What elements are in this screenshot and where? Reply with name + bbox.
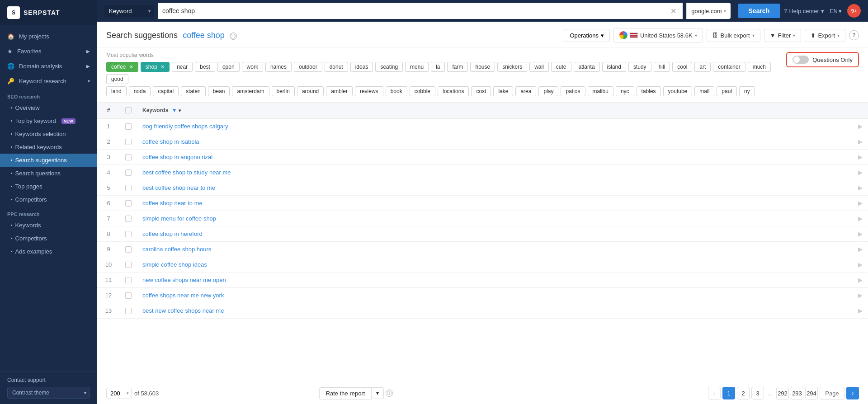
tag-berlin[interactable]: berlin bbox=[272, 86, 295, 96]
filter-button[interactable]: ▼ Filter ▾ bbox=[764, 29, 802, 42]
tag-art[interactable]: art bbox=[694, 62, 711, 72]
row-checkbox[interactable] bbox=[125, 185, 132, 191]
keyword-link[interactable]: coffee shop in angono rizal bbox=[142, 154, 212, 160]
tag-farm[interactable]: farm bbox=[447, 62, 468, 72]
row-checkbox[interactable] bbox=[125, 231, 132, 237]
sidebar-item-competitors[interactable]: Competitors bbox=[0, 193, 97, 206]
keyword-link[interactable]: simple coffee shop ideas bbox=[142, 261, 207, 268]
row-expand[interactable]: ▶ bbox=[850, 272, 868, 288]
tag-good[interactable]: good bbox=[106, 74, 128, 84]
tag-land[interactable]: land bbox=[106, 86, 127, 96]
sidebar-item-ads-examples[interactable]: Ads examples bbox=[0, 245, 97, 258]
filter-icon[interactable]: ▼ bbox=[172, 107, 177, 113]
page-292-button[interactable]: 292 bbox=[776, 387, 789, 399]
tag-open[interactable]: open bbox=[217, 62, 240, 72]
row-checkbox[interactable] bbox=[125, 154, 132, 160]
tag-much[interactable]: much bbox=[748, 62, 771, 72]
tag-cobble[interactable]: cobble bbox=[410, 86, 435, 96]
tag-tables[interactable]: tables bbox=[637, 86, 661, 96]
operations-button[interactable]: Operations ▾ bbox=[564, 29, 610, 42]
row-expand[interactable]: ▶ bbox=[850, 150, 868, 165]
keyword-link[interactable]: best new coffee shops near me bbox=[142, 307, 224, 314]
row-expand[interactable]: ▶ bbox=[850, 288, 868, 303]
tag-bean[interactable]: bean bbox=[208, 86, 230, 96]
tag-coffee[interactable]: coffee ✕ bbox=[106, 62, 138, 72]
tag-lake[interactable]: lake bbox=[493, 86, 513, 96]
page-input[interactable] bbox=[820, 387, 844, 399]
logo[interactable]: S SERPSTAT bbox=[0, 0, 97, 25]
tag-donut[interactable]: donut bbox=[325, 62, 348, 72]
row-checkbox[interactable] bbox=[125, 169, 132, 176]
search-button[interactable]: Search bbox=[738, 4, 781, 18]
tag-outdoor[interactable]: outdoor bbox=[294, 62, 322, 72]
row-expand[interactable]: ▶ bbox=[850, 303, 868, 319]
tag-ny[interactable]: ny bbox=[739, 86, 755, 96]
tag-names[interactable]: names bbox=[265, 62, 292, 72]
row-expand[interactable]: ▶ bbox=[850, 257, 868, 272]
keyword-link[interactable]: coffee shop in hereford bbox=[142, 230, 203, 237]
tag-best[interactable]: best bbox=[195, 62, 215, 72]
page-293-button[interactable]: 293 bbox=[791, 387, 803, 399]
google-region-button[interactable]: United States 58.6K ▾ bbox=[613, 28, 703, 42]
tag-island[interactable]: island bbox=[602, 62, 626, 72]
row-expand[interactable]: ▶ bbox=[850, 211, 868, 226]
tag-snickers[interactable]: snickers bbox=[497, 62, 527, 72]
page-1-button[interactable]: 1 bbox=[722, 387, 735, 399]
sidebar-item-my-projects[interactable]: 🏠 My projects bbox=[0, 29, 97, 44]
keyword-link[interactable]: simple menu for coffee shop bbox=[142, 215, 216, 222]
row-checkbox[interactable] bbox=[125, 246, 132, 253]
row-expand[interactable]: ▶ bbox=[850, 196, 868, 211]
row-checkbox[interactable] bbox=[125, 200, 132, 207]
row-checkbox[interactable] bbox=[125, 216, 132, 222]
keyword-link[interactable]: best coffee shop to study near me bbox=[142, 169, 231, 176]
tag-area[interactable]: area bbox=[515, 86, 536, 96]
row-checkbox[interactable] bbox=[125, 123, 132, 130]
tag-cute[interactable]: cute bbox=[551, 62, 571, 72]
row-expand[interactable]: ▶ bbox=[850, 226, 868, 242]
tag-hill[interactable]: hill bbox=[654, 62, 670, 72]
row-expand[interactable]: ▶ bbox=[850, 118, 868, 134]
rate-info-icon[interactable]: ⓘ bbox=[386, 390, 393, 397]
page-3-button[interactable]: 3 bbox=[751, 387, 764, 399]
row-expand[interactable]: ▶ bbox=[850, 165, 868, 180]
row-expand[interactable]: ▶ bbox=[850, 242, 868, 257]
tag-house[interactable]: house bbox=[470, 62, 495, 72]
search-input[interactable] bbox=[162, 7, 669, 14]
bulk-export-button[interactable]: 🗄 Bulk export ▾ bbox=[707, 29, 760, 42]
sidebar-item-keywords-selection[interactable]: Keywords selection bbox=[0, 127, 97, 141]
tag-capital[interactable]: capital bbox=[153, 86, 179, 96]
export-button[interactable]: ⬆ Export ▾ bbox=[805, 29, 845, 42]
sidebar-item-search-suggestions[interactable]: Search suggestions bbox=[0, 154, 97, 167]
tag-study[interactable]: study bbox=[628, 62, 651, 72]
per-page-select[interactable]: 50 100 200 500 bbox=[106, 388, 132, 399]
questions-only-toggle[interactable] bbox=[793, 56, 809, 64]
tag-la[interactable]: la bbox=[431, 62, 445, 72]
clear-search-button[interactable]: ✕ bbox=[669, 7, 678, 15]
tag-patios[interactable]: patios bbox=[561, 86, 585, 96]
tag-container[interactable]: container bbox=[713, 62, 745, 72]
sidebar-item-related-keywords[interactable]: Related keywords bbox=[0, 141, 97, 154]
tag-malibu[interactable]: malibu bbox=[588, 86, 613, 96]
rate-report-arrow-button[interactable]: ▾ bbox=[372, 387, 384, 399]
keyword-link[interactable]: best coffee shop near to me bbox=[142, 184, 215, 191]
tag-amsterdam[interactable]: amsterdam bbox=[232, 86, 269, 96]
help-center-button[interactable]: ? Help center ▾ bbox=[784, 8, 824, 14]
prev-page-button[interactable]: ‹ bbox=[708, 387, 721, 399]
sidebar-item-ppc-competitors[interactable]: Competitors bbox=[0, 232, 97, 245]
page-2-button[interactable]: 2 bbox=[737, 387, 750, 399]
row-checkbox[interactable] bbox=[125, 308, 132, 314]
sidebar-item-favorites[interactable]: ★ Favorites ▶ bbox=[0, 44, 97, 59]
keyword-link[interactable]: coffee shops near me new york bbox=[142, 292, 224, 299]
row-checkbox[interactable] bbox=[125, 292, 132, 299]
keyword-link[interactable]: carolina coffee shop hours bbox=[142, 246, 211, 253]
row-expand[interactable]: ▶ bbox=[850, 134, 868, 150]
tag-work[interactable]: work bbox=[242, 62, 263, 72]
tag-cool[interactable]: cool bbox=[672, 62, 692, 72]
row-checkbox[interactable] bbox=[125, 139, 132, 145]
page-go-button[interactable]: › bbox=[846, 387, 859, 399]
avatar[interactable]: 9+ bbox=[847, 4, 861, 18]
help-circle-icon[interactable]: ? bbox=[849, 30, 859, 40]
tag-reviews[interactable]: reviews bbox=[355, 86, 383, 96]
tag-paul[interactable]: paul bbox=[717, 86, 737, 96]
chevron-down-icon[interactable]: ▾ bbox=[179, 108, 181, 113]
